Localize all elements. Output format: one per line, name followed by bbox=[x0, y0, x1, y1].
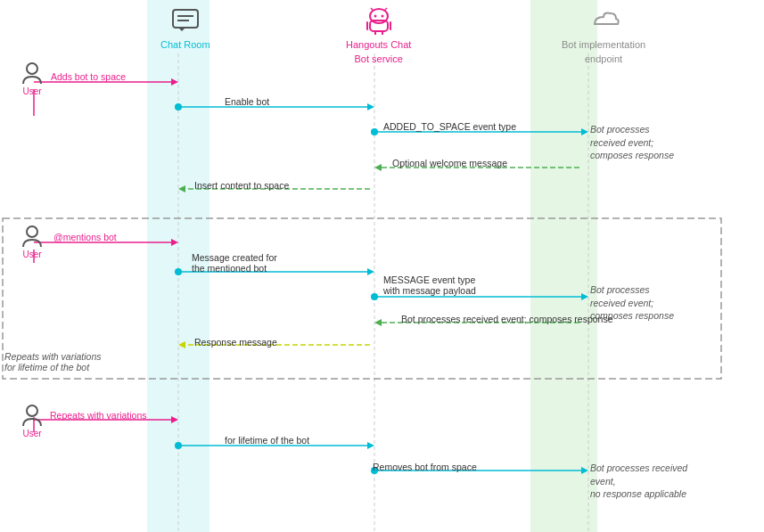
user2-icon: User bbox=[20, 224, 45, 259]
svg-marker-28 bbox=[374, 319, 382, 326]
svg-point-13 bbox=[371, 128, 378, 135]
botservice-actor: Hangouts Chat Bot service bbox=[346, 4, 411, 66]
botendpoint-label-line1: Bot implementation bbox=[562, 38, 645, 51]
chatroom-label: Chat Room bbox=[160, 38, 210, 51]
botendpoint-label-line2: endpoint bbox=[585, 53, 622, 65]
enable-bot-label: Enable bot bbox=[225, 96, 269, 107]
svg-rect-39 bbox=[173, 10, 198, 28]
disable-bot-label: for lifetime of the bot bbox=[225, 435, 309, 446]
user1-icon: User bbox=[20, 61, 45, 96]
svg-marker-9 bbox=[367, 103, 374, 110]
botservice-label-line1: Hangouts Chat bbox=[346, 38, 411, 51]
svg-point-53 bbox=[27, 63, 37, 74]
svg-point-46 bbox=[374, 15, 376, 18]
optional-welcome-label: Optional welcome message bbox=[392, 158, 507, 168]
mentions-bot-label: @mentions bot bbox=[53, 232, 117, 242]
response-msg-label: Bot processes received event; composes r… bbox=[401, 314, 613, 324]
botendpoint-actor: Bot implementation endpoint bbox=[562, 4, 645, 66]
added-to-space-label: ADDED_TO_SPACE event type bbox=[383, 121, 516, 132]
svg-point-26 bbox=[371, 293, 378, 300]
adds-bot-label: Adds bot to space bbox=[51, 71, 126, 82]
svg-point-47 bbox=[381, 15, 383, 18]
insert-content-1-label: Insert content to space bbox=[194, 180, 289, 191]
repeats-label: Repeats with variationsfor lifetime of t… bbox=[4, 351, 102, 372]
botservice-lane bbox=[530, 0, 597, 532]
user3-icon: User bbox=[20, 403, 45, 438]
message-event-line2-label: with message payload bbox=[383, 285, 476, 296]
insert-content-2-label: Response message bbox=[194, 337, 277, 348]
svg-point-54 bbox=[27, 226, 37, 237]
msg-created-line2-label: the mentioned bot bbox=[192, 263, 267, 274]
svg-point-55 bbox=[27, 405, 37, 416]
bot-processes-3-label: Bot processes received event,no response… bbox=[590, 462, 697, 501]
user1-label: User bbox=[22, 86, 41, 96]
svg-marker-22 bbox=[367, 268, 374, 275]
svg-marker-15 bbox=[374, 164, 382, 171]
removes-bot-label: Repeats with variations bbox=[50, 410, 147, 421]
chatroom-actor: Chat Room bbox=[160, 4, 210, 51]
sequence-diagram: Chat Room Hangouts Chat Bot service Bot … bbox=[0, 0, 764, 532]
message-event-line1-label: MESSAGE event type bbox=[383, 274, 475, 285]
svg-line-45 bbox=[384, 8, 387, 11]
svg-marker-42 bbox=[178, 28, 185, 31]
msg-created-line1-label: Message created for bbox=[192, 252, 277, 263]
user2-label: User bbox=[22, 250, 41, 259]
user3-label: User bbox=[22, 429, 41, 438]
svg-marker-34 bbox=[367, 442, 374, 449]
bot-processes-1-label: Bot processesreceived event;composes res… bbox=[590, 123, 693, 162]
svg-line-44 bbox=[371, 8, 374, 11]
removed-from-space-label: Removes bot from space bbox=[373, 462, 477, 472]
botservice-label-line2: Bot service bbox=[354, 53, 402, 65]
